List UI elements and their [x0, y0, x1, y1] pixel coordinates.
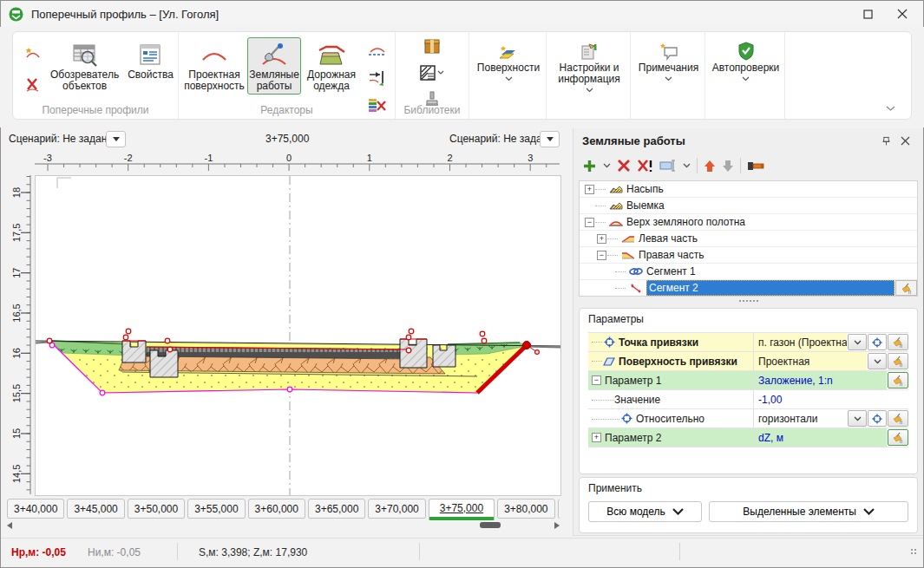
station-tab-3+50,000[interactable]: 3+50,000: [128, 499, 185, 519]
station-tab-3+60,000[interactable]: 3+60,000: [248, 499, 305, 519]
move-down-button[interactable]: [722, 156, 734, 175]
station-tab-3+70,000[interactable]: 3+70,000: [368, 499, 425, 519]
add-icon: [582, 159, 597, 173]
collapse-ribbon-button[interactable]: [881, 101, 901, 115]
left-part-icon: [620, 232, 636, 245]
tree-item-embankment[interactable]: + Насыпь: [580, 181, 917, 198]
tree-item-label: Сегмент 1: [646, 265, 696, 277]
design-line-dashed-icon: [367, 43, 388, 57]
dropdown-button[interactable]: [848, 334, 867, 350]
segment-end-node[interactable]: [523, 342, 531, 349]
tree-item-excavation[interactable]: Выемка: [580, 198, 917, 214]
pin-panel-button[interactable]: [876, 132, 895, 149]
chevron-down-icon: [854, 340, 862, 345]
tree-item-right-part[interactable]: − Правая часть: [580, 247, 917, 264]
earthworks-button[interactable]: Земляные работы: [247, 37, 301, 95]
param-label: Параметр 1: [605, 375, 661, 387]
param-row-anchor-surface[interactable]: Поверхность привязки Проектная []: [588, 352, 908, 371]
properties-button[interactable]: Свойства: [124, 37, 177, 83]
expand-icon[interactable]: +: [592, 433, 601, 442]
dropdown-button[interactable]: [848, 410, 867, 427]
delete-profile-icon: [24, 76, 42, 94]
apply-style-button[interactable]: []: [895, 280, 917, 296]
move-up-button[interactable]: [704, 156, 716, 175]
rename-button[interactable]: [659, 156, 677, 175]
apply-group: Применить Всю модель Выделенные элементы: [579, 477, 918, 533]
expand-icon[interactable]: +: [597, 234, 606, 244]
surfaces-label: Поверхности: [477, 62, 540, 74]
station-tab-3+65,000[interactable]: 3+65,000: [308, 499, 365, 519]
hatch-library-button[interactable]: [416, 62, 448, 84]
tree-item-left-part[interactable]: + Левая часть: [580, 231, 917, 247]
apply-whole-model-button[interactable]: Всю модель: [588, 501, 702, 522]
highlight-button[interactable]: [747, 156, 766, 175]
station-tab-3+45,000[interactable]: 3+45,000: [67, 499, 124, 519]
station-tab-3+85,000[interactable]: 3+85,000: [558, 499, 560, 519]
object-explorer-button[interactable]: Обозреватель объектов: [47, 37, 122, 95]
param-label: Значение: [614, 394, 660, 406]
add-element-button[interactable]: [582, 156, 597, 175]
horizontal-scrollbar[interactable]: [7, 521, 560, 530]
param-row-relative-to[interactable]: Относительно горизонтали []: [588, 409, 908, 428]
chevron-down-icon: [603, 163, 611, 168]
window-resize-grip[interactable]: [911, 549, 916, 554]
ribbon-group-libraries-label: Библиотеки: [396, 104, 469, 116]
package-button[interactable]: [421, 36, 443, 58]
scenario-right-dropdown[interactable]: [540, 131, 560, 147]
maximize-button[interactable]: [850, 1, 885, 27]
pick-point-button[interactable]: [868, 410, 887, 427]
station-tab-3+80,000[interactable]: 3+80,000: [497, 499, 554, 519]
param-value[interactable]: п. газон (Проектная ...: [753, 333, 847, 351]
tree-item-segment-1[interactable]: Сегмент 1: [580, 264, 917, 280]
station-tab-3+55,000[interactable]: 3+55,000: [187, 499, 245, 519]
apply-to-all-button[interactable]: []: [888, 410, 908, 427]
tree-item-segment-2[interactable]: Сегмент 2 []: [580, 280, 917, 296]
design-surface-button[interactable]: Проектная поверхность: [183, 37, 246, 95]
param-row-value[interactable]: Значение -1,00: [588, 390, 908, 409]
add-menu-button[interactable]: [603, 156, 611, 175]
apply-to-all-button[interactable]: []: [888, 353, 908, 369]
collapse-icon[interactable]: −: [592, 375, 601, 385]
new-profile-button[interactable]: [22, 41, 44, 63]
delete-profile-button[interactable]: [22, 74, 44, 96]
apply-to-all-button[interactable]: []: [888, 334, 908, 350]
apply-selected-elements-button[interactable]: Выделенные элементы: [709, 501, 908, 522]
param-row-parameter-1[interactable]: − Параметр 1 Заложение, 1:n []: [588, 371, 908, 390]
pick-point-button[interactable]: [868, 334, 887, 350]
scenario-left-dropdown[interactable]: [106, 131, 126, 147]
svg-text:-3: -3: [43, 153, 52, 163]
scroll-right-arrow-icon[interactable]: [554, 522, 560, 529]
tree-item-roadbed-top[interactable]: − Верх земляного полотна: [580, 214, 917, 231]
param-value[interactable]: Заложение, 1:n: [753, 371, 887, 389]
delete-element-button[interactable]: [617, 156, 631, 175]
apply-to-all-button[interactable]: []: [888, 372, 908, 388]
param-value[interactable]: -1,00: [753, 390, 908, 408]
param-value[interactable]: горизонтали: [753, 409, 847, 428]
expand-icon[interactable]: +: [585, 185, 594, 194]
scroll-left-arrow-icon[interactable]: [7, 522, 12, 529]
tree-item-label: Насыпь: [626, 183, 664, 195]
snap-to-edge-button[interactable]: [366, 67, 389, 89]
apply-to-all-button[interactable]: []: [888, 429, 908, 446]
station-tab-3+75,000[interactable]: 3+75,000: [429, 499, 495, 520]
delete-all-button[interactable]: [637, 156, 653, 175]
param-value[interactable]: Проектная: [753, 352, 867, 370]
design-line-dashed-button[interactable]: [366, 39, 389, 62]
param-value[interactable]: dZ, м: [753, 428, 887, 447]
panel-splitter[interactable]: [573, 297, 923, 305]
station-tab-3+40,000[interactable]: 3+40,000: [7, 499, 64, 519]
cross-section-canvas[interactable]: [35, 175, 561, 496]
scrollbar-thumb[interactable]: [480, 522, 501, 528]
param-row-anchor-point[interactable]: Точка привязки п. газон (Проектная ... […: [588, 333, 908, 352]
rename-menu-button[interactable]: [683, 156, 691, 175]
dropdown-button[interactable]: [868, 353, 887, 369]
cross-section-drawing: [36, 176, 560, 495]
selected-tree-item[interactable]: Сегмент 2: [646, 280, 895, 296]
close-panel-button[interactable]: [895, 132, 914, 149]
close-button[interactable]: [885, 1, 920, 27]
pavement-button[interactable]: Дорожная одежда: [303, 37, 360, 95]
collapse-icon[interactable]: −: [597, 251, 606, 260]
collapse-icon[interactable]: −: [585, 218, 594, 227]
panel-title: Земляные работы: [582, 134, 876, 147]
param-row-parameter-2[interactable]: + Параметр 2 dZ, м []: [588, 428, 908, 447]
